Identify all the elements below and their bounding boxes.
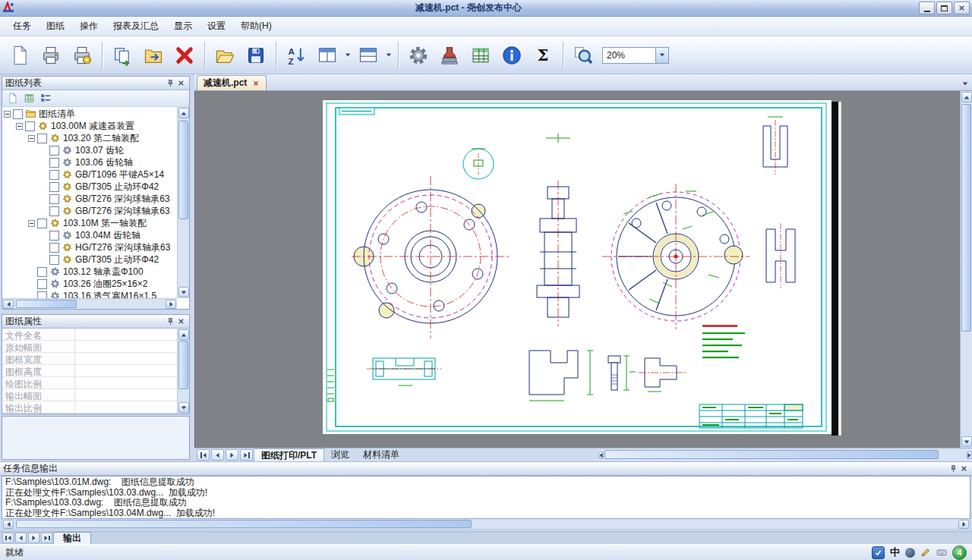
window-layout-dropdown[interactable] — [343, 39, 352, 71]
scroll-down-button[interactable] — [961, 436, 972, 447]
report-table-button[interactable] — [465, 39, 496, 71]
tree-row[interactable]: 103.04M 齿轮轴 — [2, 229, 177, 241]
tray-badge[interactable]: 4 — [952, 546, 967, 560]
zoom-combobox[interactable]: 20% — [602, 47, 669, 64]
output-tab[interactable]: 输出 — [53, 532, 91, 544]
tree-checkbox[interactable] — [49, 170, 59, 180]
tree-row[interactable]: 图纸清单 — [2, 108, 177, 120]
prev-output-tab-button[interactable] — [15, 533, 27, 543]
minimize-button[interactable] — [919, 2, 935, 14]
tree-row[interactable]: 103.07 齿轮 — [2, 144, 177, 156]
collapse-icon[interactable] — [28, 135, 35, 142]
property-value[interactable] — [75, 365, 177, 376]
tab-material-list[interactable]: 材料清单 — [356, 448, 406, 461]
output-log[interactable]: F:\Samples\103.01M.dwg: 图纸信息提取成功 正在处理文件F… — [2, 476, 970, 519]
list-view-button[interactable] — [38, 92, 53, 105]
property-row[interactable]: 文件全名 — [2, 329, 177, 341]
tree-checkbox[interactable] — [37, 267, 47, 277]
tree-checkbox[interactable] — [49, 255, 59, 265]
sort-button[interactable] — [281, 39, 311, 71]
property-value[interactable] — [75, 341, 177, 352]
drawing-canvas[interactable] — [194, 91, 972, 448]
property-row[interactable]: 原始幅面 — [2, 341, 177, 353]
tree-row[interactable]: 103.06 齿轮轴 — [2, 156, 177, 168]
pin-icon[interactable] — [165, 78, 175, 89]
tree-row[interactable]: HG/T276 深沟球轴承63 — [2, 241, 177, 253]
tree-row[interactable]: 103.00M 减速器装置 — [2, 120, 177, 132]
last-output-tab-button[interactable] — [41, 533, 52, 543]
canvas-vertical-scrollbar[interactable] — [960, 91, 972, 448]
next-tab-button[interactable] — [226, 449, 238, 461]
close-panel-icon[interactable] — [958, 464, 969, 474]
scroll-right-button[interactable] — [166, 300, 176, 309]
ime-keyboard-icon[interactable] — [936, 547, 947, 558]
tree-checkbox[interactable] — [49, 194, 59, 204]
menu-report[interactable]: 报表及汇总 — [106, 17, 166, 35]
scroll-thumb[interactable] — [16, 300, 77, 308]
tree-checkbox[interactable] — [49, 231, 59, 241]
scroll-up-button[interactable] — [178, 108, 189, 118]
tree-checkbox[interactable] — [25, 121, 35, 131]
collapse-icon[interactable] — [28, 220, 35, 227]
menu-operate[interactable]: 操作 — [73, 17, 105, 35]
tree-row[interactable]: GB/T276 深沟球轴承63 — [2, 205, 177, 217]
tree-row[interactable]: 103.26 油圈25×16×2 — [2, 278, 177, 290]
info-button[interactable] — [497, 39, 527, 71]
scroll-left-button[interactable] — [598, 451, 604, 459]
properties-scrollbar[interactable] — [177, 329, 189, 414]
property-row[interactable]: 输出幅面 — [2, 389, 177, 401]
property-row[interactable]: 输出比例 — [2, 401, 177, 414]
first-output-tab-button[interactable] — [2, 533, 14, 543]
window-layout-button[interactable] — [312, 39, 342, 71]
scroll-right-button[interactable] — [958, 520, 969, 529]
scroll-right-button[interactable] — [967, 451, 972, 459]
property-value[interactable] — [75, 389, 177, 401]
scroll-thumb[interactable] — [604, 450, 939, 459]
close-button[interactable] — [954, 2, 970, 14]
scroll-left-button[interactable] — [3, 300, 14, 309]
tree-row[interactable]: 103.20 第二轴装配 — [2, 132, 177, 144]
tree-row[interactable]: GB/T305 止动环Φ42 — [2, 181, 177, 193]
collapse-icon[interactable] — [4, 111, 11, 118]
summary-button[interactable]: Σ — [528, 39, 558, 71]
tree-row[interactable]: 103.12 轴承盖Φ100 — [2, 266, 177, 278]
property-value[interactable] — [75, 401, 177, 413]
ime-indicator-icon[interactable] — [872, 546, 885, 559]
prev-tab-button[interactable] — [211, 449, 224, 461]
menu-sheet[interactable]: 图纸 — [39, 17, 71, 35]
scroll-down-button[interactable] — [178, 287, 189, 297]
tree-checkbox[interactable] — [37, 219, 47, 228]
batch-publish-button[interactable] — [107, 39, 137, 71]
tree-checkbox[interactable] — [49, 146, 59, 156]
first-tab-button[interactable] — [197, 449, 210, 461]
tab-list-dropdown[interactable] — [958, 77, 972, 90]
menu-help[interactable]: 帮助(H) — [234, 17, 279, 35]
new-list-button[interactable] — [5, 92, 20, 105]
property-value[interactable] — [75, 377, 177, 389]
tree-checkbox[interactable] — [49, 182, 59, 192]
new-button[interactable] — [5, 39, 35, 71]
tree-checkbox[interactable] — [49, 158, 59, 168]
scroll-up-button[interactable] — [961, 92, 972, 102]
ime-pen-icon[interactable] — [920, 547, 931, 558]
tab-print-plt[interactable]: 图纸打印/PLT — [254, 448, 324, 461]
settings-button[interactable] — [403, 39, 434, 71]
tree-row[interactable]: 103.16 透气塞M16×1.5 — [2, 290, 177, 298]
output-horizontal-scrollbar[interactable] — [2, 519, 970, 530]
tree-checkbox[interactable] — [49, 206, 59, 216]
last-tab-button[interactable] — [240, 449, 253, 461]
next-output-tab-button[interactable] — [28, 533, 39, 543]
maximize-button[interactable] — [936, 2, 952, 14]
tab-close-icon[interactable] — [252, 80, 260, 87]
tree-checkbox[interactable] — [13, 109, 23, 119]
save-button[interactable] — [241, 39, 271, 71]
tree-horizontal-scrollbar[interactable] — [2, 298, 177, 309]
menu-display[interactable]: 显示 — [167, 17, 199, 35]
tree-row[interactable]: 103.10M 第一轴装配 — [2, 217, 177, 229]
property-value[interactable] — [75, 353, 177, 364]
pin-icon[interactable] — [948, 464, 958, 474]
ime-mode-icon[interactable] — [905, 548, 915, 558]
tree-checkbox[interactable] — [37, 134, 47, 143]
menu-task[interactable]: 任务 — [6, 17, 38, 35]
tree-row[interactable]: GB/T1096 平键A5×14 — [2, 168, 177, 181]
